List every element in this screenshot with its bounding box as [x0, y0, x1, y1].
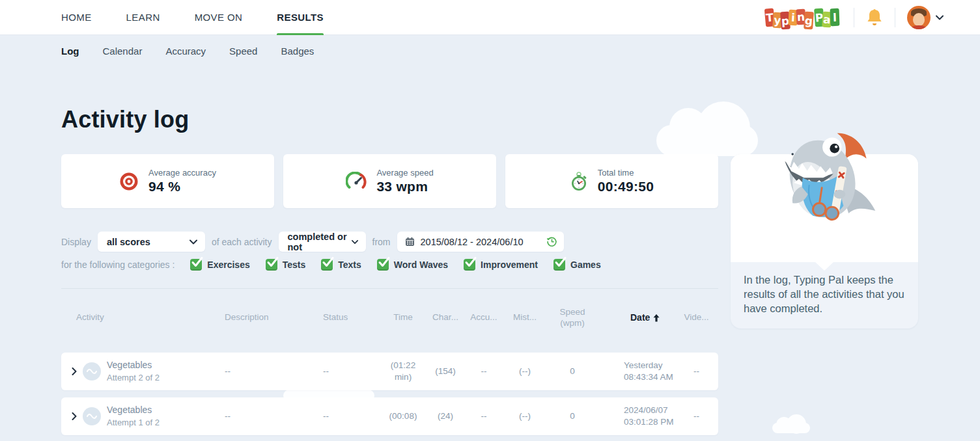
reset-date-icon[interactable]: [546, 236, 557, 247]
activity-wave-icon: [83, 407, 101, 425]
stat-average-speed: Average speed 33 wpm: [283, 154, 496, 208]
nav-results[interactable]: RESULTS: [277, 0, 324, 34]
typingpal-logo[interactable]: TypingPal: [766, 8, 842, 27]
summary-stats: Average accuracy 94 % Average speed 33 w…: [61, 154, 718, 208]
col-mistakes[interactable]: Mist...: [503, 312, 547, 323]
checkbox-checked-icon[interactable]: [464, 259, 475, 271]
cell-date: Yesterday 08:43:34 AM: [598, 360, 675, 383]
typing-pal-shark-mascot: [768, 126, 883, 237]
stat-value: 33 wpm: [376, 179, 433, 194]
cell-description: --: [217, 366, 309, 377]
cloud-decoration: [656, 125, 758, 156]
cell-characters: (154): [426, 366, 465, 377]
cell-time: (01:22 min): [380, 360, 426, 383]
category-label: Games: [570, 260, 601, 270]
display-label: Display: [61, 237, 91, 247]
chevron-down-icon: [352, 239, 358, 245]
bell-icon: [866, 8, 883, 27]
stat-label: Total time: [598, 168, 654, 178]
cell-characters: (24): [426, 410, 465, 422]
tab-speed[interactable]: Speed: [229, 43, 257, 59]
col-time[interactable]: Time: [380, 312, 426, 323]
stat-average-accuracy: Average accuracy 94 %: [61, 154, 274, 208]
divider: [854, 8, 854, 27]
nav-move-on[interactable]: MOVE ON: [195, 0, 243, 34]
category-texts[interactable]: Texts: [321, 259, 361, 271]
avatar: [907, 6, 931, 29]
checkbox-checked-icon[interactable]: [266, 259, 277, 271]
col-video[interactable]: Vide...: [675, 312, 718, 323]
tab-accuracy[interactable]: Accuracy: [165, 43, 206, 59]
tab-badges[interactable]: Badges: [281, 43, 314, 59]
speedometer-icon: [346, 172, 367, 191]
table-row[interactable]: Vegetables Attempt 2 of 2 -- -- (01:22 m…: [61, 353, 718, 390]
activity-attempt: Attempt 1 of 2: [107, 417, 160, 429]
filters-row: Display all scores of each activity comp…: [61, 232, 564, 252]
of-each-activity-label: of each activity: [212, 237, 272, 247]
col-date-sorted[interactable]: Date: [598, 312, 675, 324]
col-characters[interactable]: Char...: [426, 312, 465, 323]
col-activity[interactable]: Activity: [61, 312, 217, 323]
cell-description: --: [217, 410, 309, 422]
checkbox-checked-icon[interactable]: [553, 259, 565, 271]
col-accuracy[interactable]: Accu...: [465, 312, 503, 323]
activity-log-page: HOME LEARN MOVE ON RESULTS TypingPal: [0, 0, 980, 441]
calendar-icon: [405, 237, 415, 247]
from-label: from: [372, 237, 391, 247]
tab-calendar[interactable]: Calendar: [103, 43, 143, 59]
cell-status: --: [309, 366, 380, 377]
stat-value: 00:49:50: [598, 179, 654, 194]
activity-name: Vegetables: [107, 404, 160, 416]
account-menu[interactable]: [907, 6, 944, 29]
cell-date: 2024/06/07 03:01:28 PM: [598, 405, 675, 428]
cloud-decoration: [772, 423, 810, 433]
sort-ascending-icon: [653, 314, 660, 322]
expand-row-icon[interactable]: [72, 412, 77, 420]
topbar-right: TypingPal: [766, 6, 944, 29]
col-date-label: Date: [630, 312, 650, 324]
cell-speed: 0: [547, 410, 598, 422]
category-word-waves[interactable]: Word Waves: [377, 259, 448, 271]
mascot-tip-text: In the log, Typing Pal keeps the results…: [744, 273, 908, 315]
category-exercises[interactable]: Exercises: [190, 259, 249, 271]
col-description[interactable]: Description: [217, 312, 309, 323]
logo-letter: l: [830, 8, 840, 26]
category-games[interactable]: Games: [553, 259, 601, 271]
scores-select[interactable]: all scores: [98, 232, 205, 252]
page-title: Activity log: [61, 106, 189, 133]
category-label: Texts: [338, 260, 361, 270]
date-range-field[interactable]: 2015/08/12 - 2024/06/10: [397, 232, 564, 252]
chevron-down-icon: [936, 15, 944, 20]
nav-learn[interactable]: LEARN: [126, 0, 160, 34]
completed-select-value: completed or not: [288, 232, 352, 252]
checkbox-checked-icon[interactable]: [377, 259, 389, 271]
col-speed[interactable]: Speed (wpm): [547, 307, 598, 329]
category-label: Tests: [283, 260, 306, 270]
cell-speed: 0: [547, 366, 598, 377]
tab-log[interactable]: Log: [61, 43, 79, 59]
cell-time: (00:08): [380, 410, 426, 422]
categories-label: for the following categories :: [61, 260, 175, 270]
stat-total-time: Total time 00:49:50: [505, 154, 718, 208]
cell-status: --: [309, 410, 380, 422]
stat-value: 94 %: [148, 179, 216, 194]
completed-select[interactable]: completed or not: [279, 232, 366, 252]
cell-video: --: [675, 410, 718, 422]
cell-mistakes: (--): [503, 410, 547, 422]
category-label: Word Waves: [394, 260, 448, 270]
category-tests[interactable]: Tests: [266, 259, 306, 271]
expand-row-icon[interactable]: [72, 368, 77, 375]
category-label: Improvement: [481, 260, 538, 270]
table-row[interactable]: Vegetables Attempt 1 of 2 -- -- (00:08) …: [61, 397, 718, 435]
scores-select-value: all scores: [107, 237, 150, 247]
top-navigation-bar: HOME LEARN MOVE ON RESULTS TypingPal: [0, 0, 980, 35]
nav-home[interactable]: HOME: [61, 0, 92, 34]
checkbox-checked-icon[interactable]: [190, 259, 202, 271]
activity-wave-icon: [83, 362, 101, 381]
checkbox-checked-icon[interactable]: [321, 259, 333, 271]
notifications-button[interactable]: [866, 8, 883, 27]
category-improvement[interactable]: Improvement: [464, 259, 538, 271]
col-status[interactable]: Status: [309, 312, 380, 323]
cell-accuracy: --: [465, 366, 503, 377]
chevron-down-icon: [189, 239, 197, 245]
